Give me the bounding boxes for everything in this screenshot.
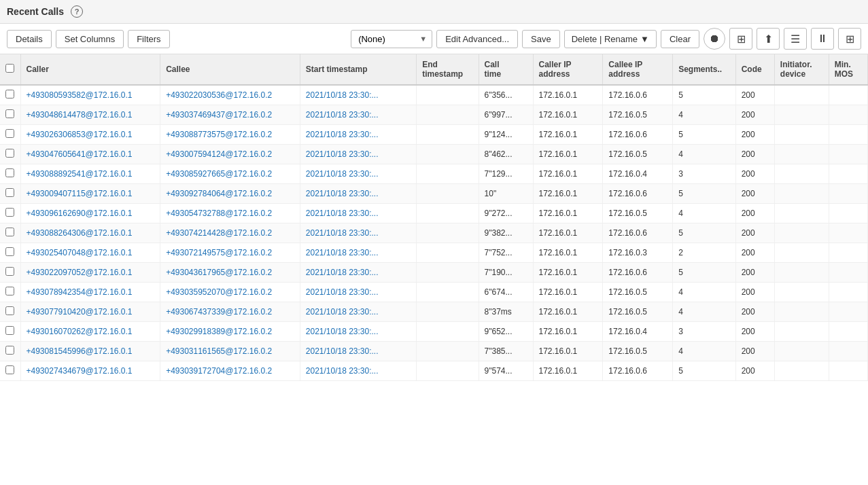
- segments-cell: 4: [673, 105, 736, 125]
- save-button[interactable]: Save: [522, 30, 560, 48]
- caller-cell[interactable]: +493009407115@172.16.0.1: [20, 184, 160, 204]
- start-ts-cell: 2021/10/18 23:30:...: [300, 164, 416, 184]
- header-call-time[interactable]: Calltime: [479, 54, 533, 85]
- grid-icon-button[interactable]: ⊞: [729, 28, 752, 50]
- callee-cell[interactable]: +493035952070@172.16.0.2: [160, 283, 300, 302]
- header-callee-ip[interactable]: Callee IPaddress: [603, 54, 673, 85]
- caller-cell[interactable]: +493096162690@172.16.0.1: [20, 204, 160, 223]
- segments-cell: 5: [673, 223, 736, 243]
- end-ts-cell: [417, 263, 479, 283]
- caller-cell[interactable]: +493022097052@172.16.0.1: [20, 263, 160, 283]
- caller-cell[interactable]: +493016070262@172.16.0.1: [20, 322, 160, 342]
- header-caller-ip[interactable]: Caller IPaddress: [533, 54, 603, 85]
- header-end-timestamp[interactable]: Endtimestamp: [417, 54, 479, 85]
- row-checkbox[interactable]: [5, 149, 14, 158]
- header-min-mos[interactable]: Min.MOS: [829, 54, 867, 85]
- info-icon[interactable]: ?: [71, 5, 83, 18]
- end-ts-cell: [417, 342, 479, 361]
- table-row: +493027434679@172.16.0.1 +493039172704@1…: [0, 361, 868, 381]
- initiator-cell: [774, 263, 829, 283]
- callee-cell[interactable]: +493037469437@172.16.0.2: [160, 105, 300, 125]
- caller-cell[interactable]: +493078942354@172.16.0.1: [20, 283, 160, 302]
- callee-ip-cell: 172.16.0.5: [603, 302, 673, 322]
- row-checkbox[interactable]: [5, 267, 14, 276]
- caller-cell[interactable]: +493025407048@172.16.0.1: [20, 243, 160, 263]
- set-columns-button[interactable]: Set Columns: [56, 30, 124, 48]
- row-checkbox[interactable]: [5, 109, 14, 118]
- end-ts-cell: [417, 283, 479, 302]
- row-checkbox[interactable]: [5, 287, 14, 295]
- callee-cell[interactable]: +493067437339@172.16.0.2: [160, 302, 300, 322]
- row-checkbox[interactable]: [5, 129, 14, 138]
- segments-cell: 3: [673, 164, 736, 184]
- callee-cell[interactable]: +493074214428@172.16.0.2: [160, 223, 300, 243]
- callee-cell[interactable]: +493085927665@172.16.0.2: [160, 164, 300, 184]
- caller-cell[interactable]: +493080593582@172.16.0.1: [20, 85, 160, 105]
- header-start-timestamp[interactable]: Start timestamp: [300, 54, 416, 85]
- header-code[interactable]: Code: [735, 54, 774, 85]
- header-initiator[interactable]: Initiator.device: [774, 54, 829, 85]
- callee-cell[interactable]: +493029918389@172.16.0.2: [160, 322, 300, 342]
- filter-select[interactable]: (None): [351, 30, 432, 48]
- row-checkbox[interactable]: [5, 208, 14, 217]
- callee-cell[interactable]: +493039172704@172.16.0.2: [160, 361, 300, 381]
- caller-ip-cell: 172.16.0.1: [533, 85, 603, 105]
- header-segments[interactable]: Segments..: [673, 54, 736, 85]
- callee-cell[interactable]: +493022030536@172.16.0.2: [160, 85, 300, 105]
- caller-ip-cell: 172.16.0.1: [533, 322, 603, 342]
- export-icon-button[interactable]: ⬆: [757, 28, 780, 50]
- row-checkbox[interactable]: [5, 247, 14, 256]
- caller-cell[interactable]: +493077910420@172.16.0.1: [20, 302, 160, 322]
- initiator-cell: [774, 85, 829, 105]
- row-checkbox[interactable]: [5, 90, 14, 98]
- min-mos-cell: [829, 105, 867, 125]
- callee-cell[interactable]: +493092784064@172.16.0.2: [160, 184, 300, 204]
- callee-ip-cell: 172.16.0.4: [603, 322, 673, 342]
- row-checkbox[interactable]: [5, 228, 14, 236]
- row-checkbox[interactable]: [5, 188, 14, 197]
- callee-cell[interactable]: +493072149575@172.16.0.2: [160, 243, 300, 263]
- end-ts-cell: [417, 125, 479, 145]
- delete-rename-button[interactable]: Delete | Rename ▼: [564, 30, 657, 48]
- callee-cell[interactable]: +493007594124@172.16.0.2: [160, 145, 300, 164]
- add-icon-button[interactable]: ⊞: [838, 28, 861, 50]
- caller-cell[interactable]: +493088892541@172.16.0.1: [20, 164, 160, 184]
- start-ts-cell: 2021/10/18 23:30:...: [300, 145, 416, 164]
- row-checkbox[interactable]: [5, 365, 14, 374]
- header-callee[interactable]: Callee: [160, 54, 300, 85]
- callee-cell[interactable]: +493043617965@172.16.0.2: [160, 263, 300, 283]
- callee-ip-cell: 172.16.0.5: [603, 204, 673, 223]
- caller-cell[interactable]: +493088264306@172.16.0.1: [20, 223, 160, 243]
- caller-ip-cell: 172.16.0.1: [533, 361, 603, 381]
- table-row: +493016070262@172.16.0.1 +493029918389@1…: [0, 322, 868, 342]
- caller-cell[interactable]: +493027434679@172.16.0.1: [20, 361, 160, 381]
- min-mos-cell: [829, 125, 867, 145]
- row-checkbox[interactable]: [5, 306, 14, 315]
- row-checkbox[interactable]: [5, 326, 14, 335]
- record-icon-button[interactable]: ⏺: [704, 28, 725, 50]
- caller-cell[interactable]: +493026306853@172.16.0.1: [20, 125, 160, 145]
- start-ts-cell: 2021/10/18 23:30:...: [300, 263, 416, 283]
- table-row: +493022097052@172.16.0.1 +493043617965@1…: [0, 263, 868, 283]
- filters-button[interactable]: Filters: [128, 30, 169, 48]
- header-caller[interactable]: Caller: [20, 54, 160, 85]
- segments-cell: 4: [673, 204, 736, 223]
- row-checkbox[interactable]: [5, 346, 14, 355]
- edit-advanced-button[interactable]: Edit Advanced...: [436, 30, 518, 48]
- caller-cell[interactable]: +493047605641@172.16.0.1: [20, 145, 160, 164]
- row-checkbox-cell: [0, 283, 20, 302]
- callee-cell[interactable]: +493088773575@172.16.0.2: [160, 125, 300, 145]
- columns-icon-button[interactable]: ⏸: [811, 28, 834, 50]
- callee-cell[interactable]: +493054732788@172.16.0.2: [160, 204, 300, 223]
- caller-cell[interactable]: +493081545996@172.16.0.1: [20, 342, 160, 361]
- caller-cell[interactable]: +493048614478@172.16.0.1: [20, 105, 160, 125]
- callee-cell[interactable]: +493031161565@172.16.0.2: [160, 342, 300, 361]
- row-checkbox[interactable]: [5, 168, 14, 177]
- call-time-cell: 9"272...: [479, 204, 533, 223]
- clear-button[interactable]: Clear: [661, 30, 699, 48]
- caller-ip-cell: 172.16.0.1: [533, 263, 603, 283]
- list-icon-button[interactable]: ☰: [784, 28, 807, 50]
- details-button[interactable]: Details: [7, 30, 52, 48]
- select-all-checkbox[interactable]: [5, 64, 14, 73]
- call-time-cell: 7"129...: [479, 164, 533, 184]
